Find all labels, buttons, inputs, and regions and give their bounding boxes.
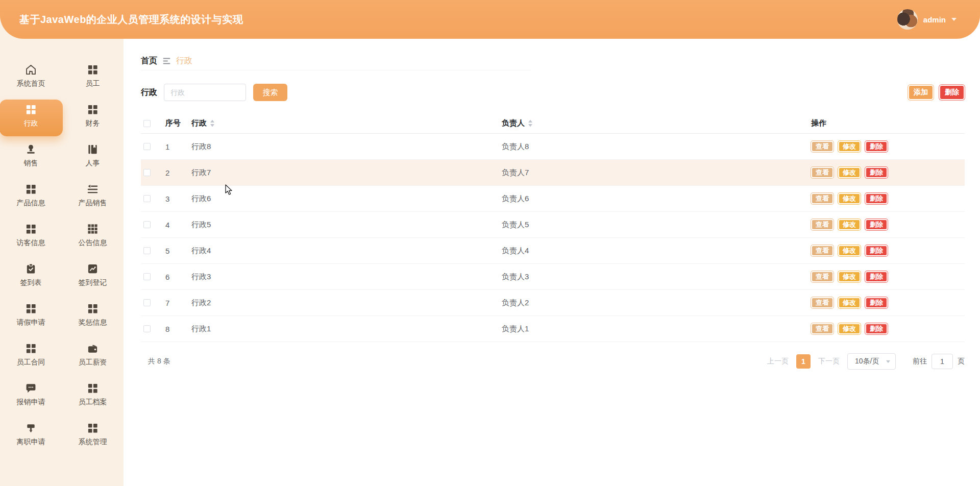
table-body: 1行政8负责人8查看修改删除2行政7负责人7查看修改删除3行政6负责人6查看修改… <box>141 134 965 342</box>
cell-index: 2 <box>161 168 191 177</box>
sidebar-item-product-sales[interactable]: 产品销售 <box>62 179 124 218</box>
current-page-button[interactable]: 1 <box>796 354 811 369</box>
cell-owner: 负责人8 <box>502 142 811 152</box>
username: admin <box>923 15 946 24</box>
sidebar-item-resignation-request[interactable]: 离职申请 <box>0 418 62 457</box>
edit-button[interactable]: 修改 <box>838 323 861 334</box>
edit-button[interactable]: 修改 <box>838 141 861 152</box>
funnel-icon <box>25 422 37 434</box>
cell-owner: 负责人1 <box>502 324 811 334</box>
cell-name: 行政2 <box>191 298 502 308</box>
view-button[interactable]: 查看 <box>811 167 834 178</box>
edit-button[interactable]: 修改 <box>838 297 861 308</box>
row-checkbox[interactable] <box>143 273 151 280</box>
view-button[interactable]: 查看 <box>811 297 834 308</box>
sidebar-item-label: 签到登记 <box>79 278 107 287</box>
sidebar-item-finance[interactable]: 财务 <box>62 99 124 139</box>
user-menu[interactable]: admin <box>897 9 957 30</box>
sidebar-item-label: 产品信息 <box>17 199 45 208</box>
row-delete-button[interactable]: 删除 <box>865 219 888 230</box>
cell-name: 行政6 <box>191 194 502 204</box>
sidebar-item-reward-punishment[interactable]: 奖惩信息 <box>62 298 124 338</box>
row-delete-button[interactable]: 删除 <box>865 271 888 282</box>
chat-icon <box>25 382 37 394</box>
edit-button[interactable]: 修改 <box>838 245 861 256</box>
row-delete-button[interactable]: 删除 <box>865 297 888 308</box>
sidebar-item-employee-archive[interactable]: 员工档案 <box>62 378 124 418</box>
sidebar-item-label: 系统首页 <box>17 79 45 88</box>
row-checkbox[interactable] <box>143 195 151 202</box>
row-checkbox[interactable] <box>143 247 151 254</box>
sort-icon[interactable] <box>210 119 215 127</box>
sidebar-item-visitor-info[interactable]: 访客信息 <box>0 218 62 258</box>
breadcrumb-home-link[interactable]: 首页 <box>141 56 157 66</box>
sidebar-item-checkin-register[interactable]: 签到登记 <box>62 258 124 298</box>
view-button[interactable]: 查看 <box>811 271 834 282</box>
view-button[interactable]: 查看 <box>811 219 834 230</box>
row-delete-button[interactable]: 删除 <box>865 167 888 178</box>
table-row: 4行政5负责人5查看修改删除 <box>141 212 965 238</box>
row-delete-button[interactable]: 删除 <box>865 245 888 256</box>
add-button[interactable]: 添加 <box>908 85 934 100</box>
goto-page-input[interactable] <box>932 354 953 369</box>
select-all-checkbox[interactable] <box>143 120 151 127</box>
cell-name: 行政1 <box>191 324 502 334</box>
row-delete-button[interactable]: 删除 <box>865 193 888 204</box>
sidebar-item-reimbursement-request[interactable]: 报销申请 <box>0 378 62 418</box>
view-button[interactable]: 查看 <box>811 323 834 334</box>
cell-index: 1 <box>161 142 191 151</box>
sidebar-item-checkin-sheet[interactable]: 签到表 <box>0 258 62 298</box>
next-page-button[interactable]: 下一页 <box>818 357 840 366</box>
row-checkbox[interactable] <box>143 169 151 176</box>
sort-icon[interactable] <box>528 119 533 127</box>
search-input[interactable] <box>164 84 246 101</box>
pagination: 共 8 条 上一页 1 下一页 10条/页 前往 页 <box>141 353 965 370</box>
sidebar-item-product-info[interactable]: 产品信息 <box>0 179 62 218</box>
sidebar-item-administration[interactable]: 行政 <box>0 99 62 139</box>
sidebar-item-notice-info[interactable]: 公告信息 <box>62 218 124 258</box>
table-header: 序号 行政 负责人 操作 <box>141 113 965 134</box>
sidebar-item-sales[interactable]: 销售 <box>0 139 62 179</box>
row-delete-button[interactable]: 删除 <box>865 141 888 152</box>
edit-button[interactable]: 修改 <box>838 271 861 282</box>
sidebar-item-system-management[interactable]: 系统管理 <box>62 418 124 457</box>
column-owner: 负责人 <box>502 118 525 128</box>
chevron-down-icon <box>886 360 890 363</box>
view-button[interactable]: 查看 <box>811 141 834 152</box>
view-button[interactable]: 查看 <box>811 193 834 204</box>
grid-icon <box>25 343 37 354</box>
sidebar-item-employee-salary[interactable]: 员工薪资 <box>62 338 124 378</box>
edit-button[interactable]: 修改 <box>838 167 861 178</box>
book-icon <box>87 143 99 155</box>
cell-index: 8 <box>161 325 191 333</box>
row-checkbox[interactable] <box>143 143 151 150</box>
search-button[interactable]: 搜索 <box>253 84 287 101</box>
sidebar-item-leave-request[interactable]: 请假申请 <box>0 298 62 338</box>
sidebar-item-label: 系统管理 <box>79 438 107 447</box>
sidebar-item-label: 财务 <box>86 119 100 128</box>
row-checkbox[interactable] <box>143 299 151 306</box>
view-button[interactable]: 查看 <box>811 245 834 256</box>
avatar[interactable] <box>897 9 918 30</box>
sidebar-item-hr[interactable]: 人事 <box>62 139 124 179</box>
breadcrumb: 首页 行政 <box>141 52 531 70</box>
sidebar-item-employee[interactable]: 员工 <box>62 59 124 99</box>
breadcrumb-current: 行政 <box>176 56 192 66</box>
grid-dense-icon <box>87 223 99 235</box>
sidebar-item-system-home[interactable]: 系统首页 <box>0 59 62 99</box>
grid-icon <box>25 183 37 195</box>
row-delete-button[interactable]: 删除 <box>865 323 888 334</box>
row-checkbox[interactable] <box>143 221 151 228</box>
sidebar-item-employee-contract[interactable]: 员工合同 <box>0 338 62 378</box>
delete-button[interactable]: 删除 <box>939 85 965 100</box>
table-row: 1行政8负责人8查看修改删除 <box>141 134 965 160</box>
sidebar: 系统首页员工行政财务销售人事产品信息产品销售访客信息公告信息签到表签到登记请假申… <box>0 0 124 486</box>
edit-button[interactable]: 修改 <box>838 193 861 204</box>
page-size-select[interactable]: 10条/页 <box>847 353 896 370</box>
grid-icon <box>87 64 99 76</box>
grid-icon <box>87 104 99 115</box>
edit-button[interactable]: 修改 <box>838 219 861 230</box>
row-checkbox[interactable] <box>143 325 151 332</box>
prev-page-button[interactable]: 上一页 <box>767 357 789 366</box>
cell-index: 5 <box>161 247 191 255</box>
